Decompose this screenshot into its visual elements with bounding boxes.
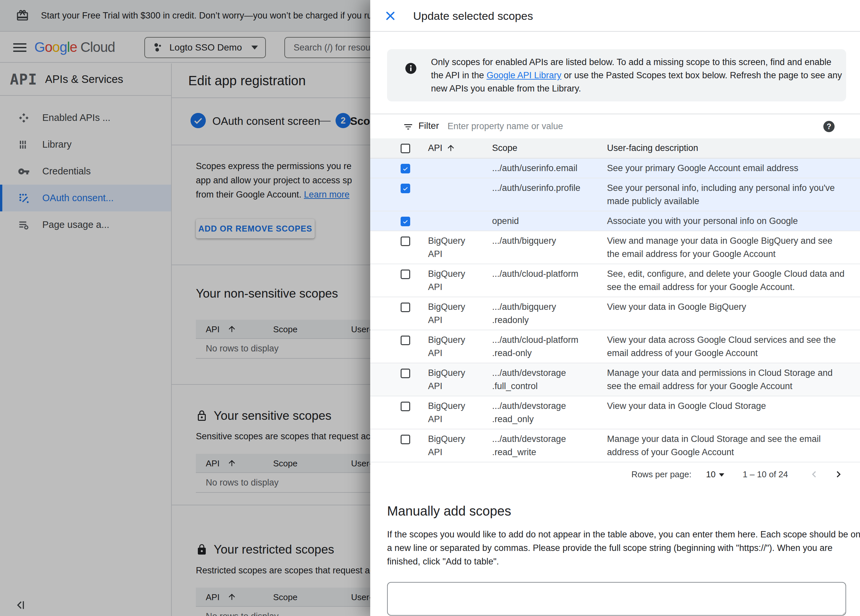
modal-overlay-scrim[interactable] [0, 0, 370, 616]
manually-add-scopes-title: Manually add scopes [387, 504, 511, 519]
scope-checkbox-unchecked[interactable] [400, 336, 410, 345]
scope-cell: .../auth/bigquery .readonly [492, 300, 556, 327]
manually-add-scopes-description: If the scopes you would like to add do n… [387, 528, 860, 569]
col-description: User-facing description [607, 143, 698, 153]
help-icon[interactable]: ? [823, 121, 835, 132]
info-text: Only scopes for enabled APIs are listed … [431, 55, 842, 95]
info-icon [405, 62, 417, 75]
previous-page-icon[interactable] [808, 468, 820, 481]
scope-checkbox-unchecked[interactable] [400, 435, 410, 444]
scope-cell: .../auth/devstorage .full_control [492, 366, 566, 393]
screen: Start your Free Trial with $300 in credi… [0, 0, 860, 616]
close-icon[interactable] [384, 10, 396, 22]
scope-row[interactable]: openidAssociate you with your personal i… [370, 211, 860, 231]
update-scopes-panel: Update selected scopes Only scopes for e… [370, 0, 860, 616]
scope-cell: .../auth/bigquery [492, 234, 556, 247]
scope-checkbox-unchecked[interactable] [400, 369, 410, 378]
scope-row[interactable]: BigQuery API.../auth/bigqueryView and ma… [370, 231, 860, 264]
filter-input[interactable] [447, 117, 777, 135]
description-cell: Manage your data and permissions in Clou… [607, 366, 833, 393]
scope-checkbox-checked[interactable] [400, 184, 410, 193]
api-cell: BigQuery API [428, 267, 465, 294]
scope-checkbox-checked[interactable] [400, 217, 410, 226]
scope-row[interactable]: .../auth/userinfo.emailSee your primary … [370, 159, 860, 178]
info-line1: Only scopes for enabled APIs are listed … [431, 57, 831, 67]
scopes-table-body: .../auth/userinfo.emailSee your primary … [370, 159, 860, 462]
api-cell: BigQuery API [428, 234, 465, 261]
description-cell: See your primary Google Account email ad… [607, 162, 798, 175]
filter-label: Filter [419, 121, 439, 131]
sort-arrow-icon[interactable] [446, 143, 455, 153]
api-cell: BigQuery API [428, 333, 465, 360]
description-cell: See your personal info, including any pe… [607, 181, 835, 208]
scope-row[interactable]: BigQuery API.../auth/devstorage .full_co… [370, 363, 860, 396]
api-cell: BigQuery API [428, 432, 465, 459]
scope-checkbox-unchecked[interactable] [400, 402, 410, 411]
scope-cell: .../auth/cloud-platform [492, 267, 578, 280]
scope-checkbox-checked[interactable] [400, 164, 410, 173]
description-cell: View your data across Google Cloud servi… [607, 333, 836, 360]
col-scope: Scope [492, 143, 518, 153]
panel-title: Update selected scopes [413, 0, 533, 32]
description-cell: See, edit, configure, and delete your Go… [607, 267, 844, 294]
scope-cell: openid [492, 214, 519, 228]
panel-header: Update selected scopes [370, 0, 860, 32]
scope-cell: .../auth/devstorage .read_write [492, 432, 566, 459]
description-cell: View your data in Google Cloud Storage [607, 399, 766, 413]
scope-row[interactable]: BigQuery API.../auth/cloud-platformSee, … [370, 264, 860, 297]
chevron-down-icon [719, 473, 724, 477]
scope-cell: .../auth/userinfo.email [492, 162, 577, 175]
api-cell: BigQuery API [428, 399, 465, 426]
info-banner: Only scopes for enabled APIs are listed … [387, 49, 846, 101]
next-page-icon[interactable] [832, 468, 845, 481]
scopes-table-header: API Scope User-facing description [370, 138, 860, 159]
description-cell: Manage your data in Cloud Storage and se… [607, 432, 821, 459]
scope-row[interactable]: BigQuery API.../auth/cloud-platform .rea… [370, 330, 860, 363]
rows-per-page-select[interactable]: 10 [706, 469, 724, 479]
scope-row[interactable]: BigQuery API.../auth/devstorage .read_wr… [370, 429, 860, 462]
pagination-range: 1 – 10 of 24 [743, 469, 788, 479]
scope-checkbox-unchecked[interactable] [400, 270, 410, 279]
scope-checkbox-unchecked[interactable] [400, 303, 410, 312]
api-cell: BigQuery API [428, 366, 465, 393]
api-cell: BigQuery API [428, 300, 465, 327]
scope-cell: .../auth/cloud-platform .read-only [492, 333, 578, 360]
manual-scopes-textarea[interactable] [387, 582, 846, 616]
scope-row[interactable]: BigQuery API.../auth/bigquery .readonlyV… [370, 297, 860, 330]
info-line2: the API in the [431, 70, 486, 80]
description-cell: View and manage your data in Google BigQ… [607, 234, 832, 261]
info-line3: new APIs you enable from the Library. [431, 83, 581, 93]
rows-per-page-label: Rows per page: [631, 469, 692, 479]
description-cell: Associate you with your personal info on… [607, 214, 798, 228]
scope-checkbox-unchecked[interactable] [400, 236, 410, 246]
filter-icon [403, 121, 413, 132]
pagination-bar: Rows per page: 10 1 – 10 of 24 [370, 462, 860, 486]
select-all-checkbox[interactable] [400, 144, 410, 153]
description-cell: View your data in Google BigQuery [607, 300, 746, 313]
google-api-library-link[interactable]: Google API Library [486, 70, 562, 80]
scope-cell: .../auth/userinfo.profile [492, 181, 580, 195]
scope-cell: .../auth/devstorage .read_only [492, 399, 566, 426]
filter-bar: Filter ? [370, 114, 860, 138]
col-api: API [428, 143, 443, 153]
scope-row[interactable]: .../auth/userinfo.profileSee your person… [370, 178, 860, 211]
scope-row[interactable]: BigQuery API.../auth/devstorage .read_on… [370, 396, 860, 429]
